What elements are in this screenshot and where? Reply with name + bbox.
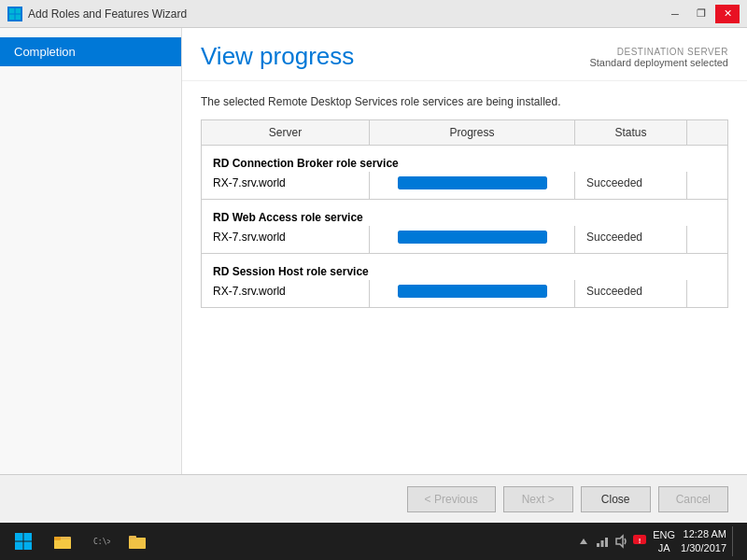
content-main: The selected Remote Desktop Services rol… [182,81,747,474]
svg-marker-16 [580,539,587,544]
svg-rect-17 [597,543,599,547]
taskbar-file-explorer-icon[interactable] [46,525,79,558]
svg-rect-9 [54,539,71,549]
clock-date: 1/30/2017 [681,541,726,555]
table-row: RX-7.srv.worldSucceeded [202,280,728,308]
destination-value: Standard deployment selected [589,57,728,68]
taskbar-left: C:\> [5,525,154,558]
content-description: The selected Remote Desktop Services rol… [201,95,728,108]
svg-text:C:\>: C:\> [93,538,110,546]
cancel-button[interactable]: Cancel [658,486,728,512]
table-row: RD Session Host role service [202,254,728,281]
sidebar: Completion [0,28,182,474]
next-button[interactable]: Next > [503,486,573,512]
svg-rect-5 [24,533,33,541]
svg-rect-18 [601,540,604,547]
language-indicator[interactable]: ENG JA [653,528,675,555]
close-button[interactable]: Close [581,486,651,512]
taskbar-right: ! ENG JA 12:28 AM 1/30/2017 [576,526,742,556]
svg-marker-20 [616,536,623,547]
restore-button[interactable]: ❐ [689,5,713,23]
show-desktop-button[interactable] [732,526,738,556]
minimize-button[interactable]: ─ [663,5,687,23]
svg-rect-1 [16,8,21,14]
destination-label: DESTINATION SERVER [589,47,728,57]
taskbar: C:\> [0,523,747,560]
progress-table: Server Progress Status RD Connection Bro… [201,119,728,308]
content-header: View progress DESTINATION SERVER Standar… [182,28,747,81]
start-button[interactable] [5,525,42,558]
svg-rect-19 [605,538,608,547]
sidebar-item-completion[interactable]: Completion [0,37,181,66]
svg-rect-6 [15,542,23,551]
destination-info: DESTINATION SERVER Standard deployment s… [589,47,728,68]
window-title: Add Roles and Features Wizard [28,7,187,21]
col-header-server: Server [202,120,370,146]
title-bar-left: Add Roles and Features Wizard [7,7,187,21]
window-close-button[interactable]: ✕ [715,5,740,23]
app-icon [7,7,22,21]
tray-volume-icon[interactable] [613,534,628,549]
col-header-status: Status [575,120,687,146]
col-header-progress: Progress [370,120,575,146]
table-row: RX-7.srv.worldSucceeded [202,226,728,254]
taskbar-cmd-icon[interactable]: C:\> [83,525,117,558]
wizard-body: Completion View progress DESTINATION SER… [0,28,747,474]
svg-rect-10 [54,537,61,540]
svg-rect-7 [24,542,33,551]
svg-rect-0 [9,8,15,14]
clock-time: 12:28 AM [681,527,726,541]
title-bar: Add Roles and Features Wizard ─ ❐ ✕ [0,0,747,28]
tray-expand-icon[interactable] [576,534,591,549]
col-header-extra [687,120,728,146]
svg-rect-4 [15,533,23,541]
table-row: RX-7.srv.worldSucceeded [202,172,728,200]
svg-rect-2 [9,14,15,20]
page-title: View progress [201,42,354,71]
page-title-text: View progress [201,42,354,71]
taskbar-folder-icon[interactable] [120,525,154,558]
wizard-footer: < Previous Next > Close Cancel [0,474,747,523]
tray-network-icon[interactable] [595,534,610,549]
taskbar-clock[interactable]: 12:28 AM 1/30/2017 [681,527,726,556]
window-controls: ─ ❐ ✕ [663,5,740,23]
table-row: RD Connection Broker role service [202,146,728,173]
svg-rect-3 [16,14,21,20]
previous-button[interactable]: < Previous [407,486,496,512]
svg-text:!: ! [639,537,641,545]
table-row: RD Web Access role service [202,200,728,227]
content-area: View progress DESTINATION SERVER Standar… [182,28,747,474]
system-tray: ! [576,534,647,549]
svg-rect-15 [129,536,136,539]
tray-alert-icon[interactable]: ! [632,534,647,549]
